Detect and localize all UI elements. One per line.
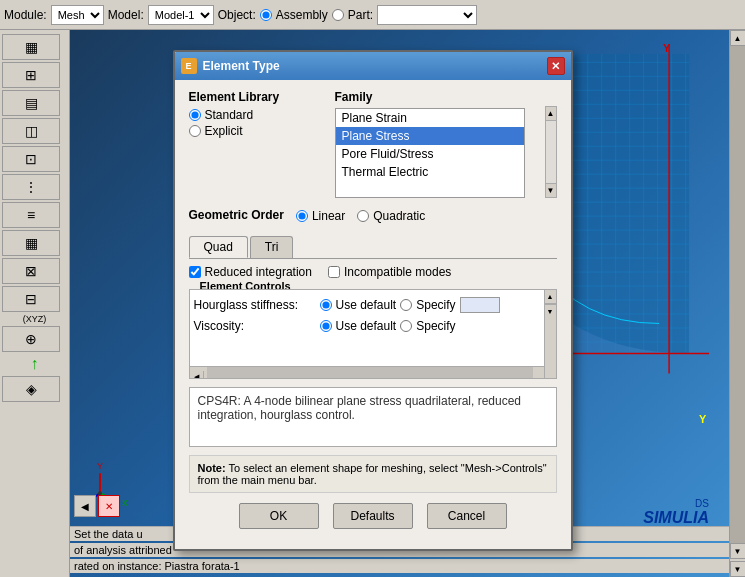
- family-block: Family Plane Strain Plane Stress Pore Fl…: [335, 90, 525, 198]
- viscosity-label: Viscosity:: [194, 319, 314, 333]
- geometric-order-label: Geometric Order: [189, 208, 284, 222]
- hourglass-default-radio[interactable]: [320, 299, 332, 311]
- hourglass-default-label: Use default: [336, 298, 397, 312]
- family-item-thermal[interactable]: Thermal Electric: [336, 163, 524, 181]
- hourglass-row: Hourglass stiffness: Use default Specify: [194, 294, 552, 316]
- quadratic-radio[interactable]: [357, 210, 369, 222]
- dialog-buttons: OK Defaults Cancel: [189, 503, 557, 539]
- explicit-label: Explicit: [205, 124, 243, 138]
- element-library-block: Element Library Standard Explicit: [189, 90, 315, 198]
- dialog-icon: E: [181, 58, 197, 74]
- hourglass-specify-radio[interactable]: [400, 299, 412, 311]
- dialog-close-btn[interactable]: ✕: [547, 57, 565, 75]
- element-type-dialog: E Element Type ✕ Element Library Standar…: [173, 50, 573, 551]
- incompatible-modes-label: Incompatible modes: [344, 265, 451, 279]
- reduced-integration-label: Reduced integration: [205, 265, 312, 279]
- incompatible-modes-checkbox[interactable]: [328, 266, 340, 278]
- ec-scrollbar-y[interactable]: ▲ ▼: [544, 290, 556, 378]
- linear-label: Linear: [312, 209, 345, 223]
- quadratic-option: Quadratic: [357, 209, 425, 223]
- dialog-titlebar: E Element Type ✕: [175, 52, 571, 80]
- standard-label: Standard: [205, 108, 254, 122]
- ec-scroll-left[interactable]: ◀: [190, 371, 204, 379]
- ok-button[interactable]: OK: [239, 503, 319, 529]
- viscosity-default-label: Use default: [336, 319, 397, 333]
- family-scroll-up[interactable]: ▲: [546, 107, 556, 121]
- element-controls-box: Hourglass stiffness: Use default Specify…: [189, 289, 557, 379]
- family-item-plane-strain[interactable]: Plane Strain: [336, 109, 524, 127]
- dialog-title: E Element Type: [181, 58, 280, 74]
- standard-option: Standard: [189, 108, 315, 122]
- library-family-row: Element Library Standard Explicit Family…: [189, 90, 557, 198]
- reduced-integration-option: Reduced integration: [189, 265, 312, 279]
- dialog-body: Element Library Standard Explicit Family…: [175, 80, 571, 549]
- cancel-button[interactable]: Cancel: [427, 503, 507, 529]
- hourglass-label: Hourglass stiffness:: [194, 298, 314, 312]
- viscosity-options: Use default Specify: [320, 319, 456, 333]
- explicit-option: Explicit: [189, 124, 315, 138]
- hourglass-specify-label: Specify: [416, 298, 455, 312]
- linear-radio[interactable]: [296, 210, 308, 222]
- family-list[interactable]: Plane Strain Plane Stress Pore Fluid/Str…: [335, 108, 525, 198]
- note-text: To select an element shape for meshing, …: [198, 462, 547, 486]
- family-scrollbar: ▲ ▼: [545, 106, 557, 198]
- reduced-integration-checkbox[interactable]: [189, 266, 201, 278]
- hourglass-value-input[interactable]: [460, 297, 500, 313]
- note-label: Note:: [198, 462, 226, 474]
- tab-tri[interactable]: Tri: [250, 236, 294, 258]
- viscosity-row: Viscosity: Use default Specify: [194, 316, 552, 336]
- viscosity-specify-label: Specify: [416, 319, 455, 333]
- incompatible-modes-option: Incompatible modes: [328, 265, 451, 279]
- quadratic-label: Quadratic: [373, 209, 425, 223]
- explicit-radio[interactable]: [189, 125, 201, 137]
- element-controls-container: Element Controls Hourglass stiffness: Us…: [189, 289, 557, 379]
- ec-scroll-track-x[interactable]: [207, 367, 533, 379]
- tabs-row: Quad Tri: [189, 236, 557, 259]
- defaults-button[interactable]: Defaults: [333, 503, 413, 529]
- hourglass-options: Use default Specify: [320, 297, 500, 313]
- linear-option: Linear: [296, 209, 345, 223]
- family-label: Family: [335, 90, 525, 104]
- dialog-overlay: E Element Type ✕ Element Library Standar…: [0, 0, 745, 577]
- family-scroll-down[interactable]: ▼: [546, 183, 556, 197]
- family-item-plane-stress[interactable]: Plane Stress: [336, 127, 524, 145]
- ec-scroll-up[interactable]: ▲: [545, 290, 556, 304]
- standard-radio[interactable]: [189, 109, 201, 121]
- viscosity-default-radio[interactable]: [320, 320, 332, 332]
- family-item-pore-fluid[interactable]: Pore Fluid/Stress: [336, 145, 524, 163]
- family-scroll-track[interactable]: [546, 121, 556, 183]
- geometric-order-row: Geometric Order Linear Quadratic: [189, 208, 557, 226]
- description-box: CPS4R: A 4-node bilinear plane stress qu…: [189, 387, 557, 447]
- ec-scrollbar-x[interactable]: ◀ ▶: [190, 366, 544, 378]
- viscosity-specify-radio[interactable]: [400, 320, 412, 332]
- checkboxes-row: Reduced integration Incompatible modes: [189, 265, 557, 281]
- note-section: Note: To select an element shape for mes…: [189, 455, 557, 493]
- ec-scroll-down[interactable]: ▼: [545, 304, 556, 318]
- tab-quad[interactable]: Quad: [189, 236, 248, 258]
- element-library-label: Element Library: [189, 90, 315, 104]
